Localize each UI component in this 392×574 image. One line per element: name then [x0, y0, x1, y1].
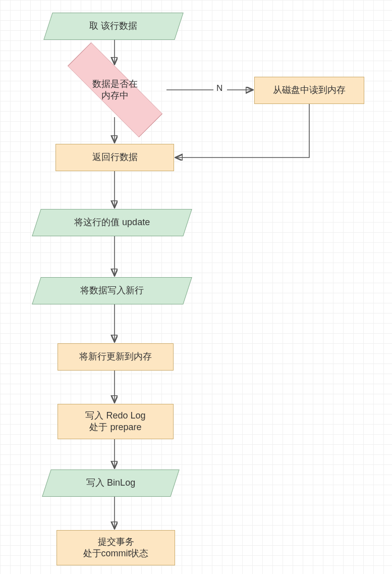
node-write-binlog: 写入 BinLog — [42, 469, 180, 497]
node-read-from-disk-label: 从磁盘中读到内存 — [273, 84, 346, 96]
node-fetch-row-data: 取 该行数据 — [43, 13, 184, 40]
node-write-redo-log-label: 写入 Redo Log 处于 prepare — [85, 410, 145, 434]
node-write-new-row: 将数据写入新行 — [32, 277, 192, 304]
node-write-new-row-label: 将数据写入新行 — [74, 281, 150, 300]
node-write-binlog-label: 写入 BinLog — [80, 473, 141, 493]
node-read-from-disk: 从磁盘中读到内存 — [254, 77, 364, 104]
node-update-row-value: 将这行的值 update — [32, 209, 192, 236]
node-fetch-row-data-label: 取 该行数据 — [83, 16, 143, 36]
node-update-memory: 将新行更新到内存 — [58, 343, 174, 371]
node-write-redo-log: 写入 Redo Log 处于 prepare — [58, 404, 174, 439]
node-commit-transaction: 提交事务 处于commit状态 — [57, 530, 175, 565]
node-data-in-memory-label: 数据是否在 内存中 — [65, 60, 165, 120]
node-commit-transaction-label: 提交事务 处于commit状态 — [83, 536, 149, 560]
node-data-in-memory-decision: 数据是否在 内存中 — [65, 60, 165, 120]
node-return-row-data-label: 返回行数据 — [92, 151, 138, 163]
edge-label-no: N — [216, 83, 222, 93]
node-update-memory-label: 将新行更新到内存 — [79, 351, 152, 362]
node-update-row-value-label: 将这行的值 update — [68, 213, 156, 232]
node-return-row-data: 返回行数据 — [55, 144, 174, 171]
